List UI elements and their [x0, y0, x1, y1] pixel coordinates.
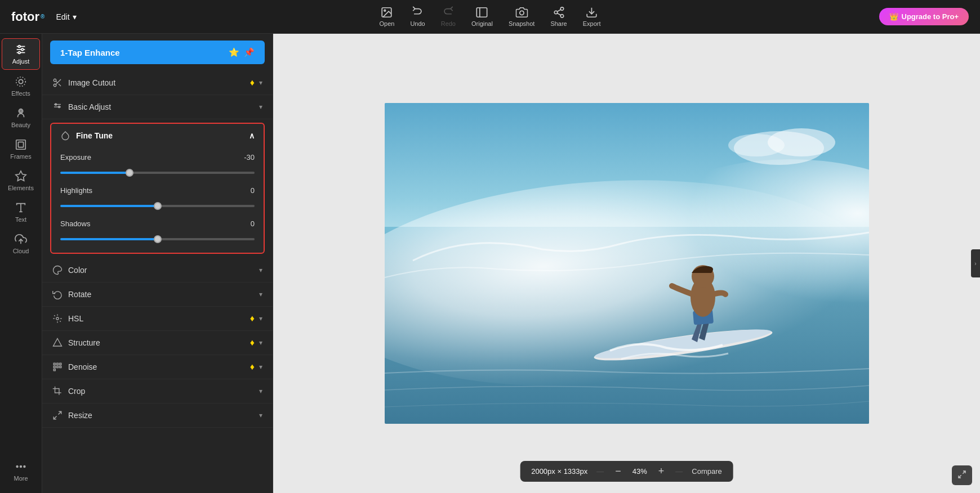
section-resize[interactable]: Resize ▾ — [42, 404, 273, 428]
section-rotate[interactable]: Rotate ▾ — [42, 283, 273, 307]
structure-icon — [52, 338, 63, 348]
svg-point-31 — [54, 84, 56, 87]
frames-icon — [15, 138, 27, 151]
logo: fotor® — [11, 10, 44, 24]
gold-star-icon: ⭐ — [229, 47, 239, 57]
sidebar-item-beauty[interactable]: Beauty — [2, 102, 40, 133]
topbar: fotor® Edit ▾ Open Undo Redo — [0, 0, 980, 34]
export-action[interactable]: Export — [583, 6, 601, 27]
zoom-level: 43% — [632, 467, 647, 476]
section-denoise[interactable]: Denoise ♦ ▾ — [42, 355, 273, 379]
section-image-cutout[interactable]: Image Cutout ♦ ▾ — [42, 71, 273, 95]
cloud-icon — [15, 233, 27, 245]
svg-point-6 — [554, 11, 558, 14]
sidebar-item-effects[interactable]: Effects — [2, 71, 40, 101]
section-structure[interactable]: Structure ♦ ▾ — [42, 331, 273, 355]
highlights-label: Highlights — [60, 186, 92, 195]
highlights-value: 0 — [251, 186, 255, 195]
sidebar-item-more[interactable]: More — [2, 456, 40, 486]
chevron-icon: ▾ — [259, 79, 262, 87]
sidebar-item-adjust[interactable]: Adjust — [2, 38, 40, 70]
fine-tune-header[interactable]: Fine Tune ∧ — [51, 124, 264, 147]
export-icon — [586, 6, 598, 19]
effects-icon — [15, 75, 27, 88]
svg-point-17 — [19, 79, 23, 83]
sidebar-item-frames[interactable]: Frames — [2, 134, 40, 164]
sidebar-item-label: Text — [15, 216, 26, 223]
svg-rect-47 — [54, 369, 55, 371]
scissors-icon — [52, 78, 63, 88]
svg-line-62 — [963, 471, 965, 474]
text-icon — [15, 201, 27, 214]
svg-point-54 — [728, 134, 785, 156]
sidebar-icons: Adjust Effects Beauty Frames — [0, 34, 42, 493]
snapshot-action[interactable]: Snapshot — [509, 6, 534, 27]
main-layout: Adjust Effects Beauty Frames — [0, 34, 980, 493]
svg-line-34 — [56, 81, 57, 83]
svg-point-16 — [18, 52, 20, 54]
section-color[interactable]: Color ▾ — [42, 258, 273, 283]
sliders-icon — [15, 43, 27, 56]
sidebar-item-elements[interactable]: Elements — [2, 165, 40, 196]
exposure-input[interactable] — [60, 172, 255, 174]
pro-badge: ♦ — [250, 313, 255, 324]
shadows-slider-row: Shadows 0 — [60, 219, 255, 243]
chevron-icon: ▾ — [259, 339, 262, 347]
svg-marker-23 — [16, 171, 26, 181]
svg-rect-44 — [54, 366, 55, 368]
open-action[interactable]: Open — [379, 6, 394, 27]
drop-icon — [60, 131, 70, 141]
original-action[interactable]: Original — [471, 6, 493, 27]
chevron-icon: ▾ — [259, 103, 262, 111]
shadows-input[interactable] — [60, 238, 255, 240]
section-basic-adjust[interactable]: Basic Adjust ▾ — [42, 95, 273, 119]
sidebar-item-label: Effects — [11, 90, 30, 97]
sidebar-item-text[interactable]: Text — [2, 197, 40, 227]
chevron-icon: ▾ — [259, 411, 262, 419]
svg-point-39 — [56, 317, 59, 320]
more-icon — [15, 460, 27, 473]
svg-rect-41 — [54, 363, 55, 365]
share-icon — [553, 6, 565, 19]
right-panel-handle[interactable]: › — [971, 249, 980, 277]
svg-point-20 — [20, 110, 22, 113]
image-icon — [381, 6, 393, 19]
edit-menu[interactable]: Edit ▾ — [56, 12, 76, 21]
undo-action[interactable]: Undo — [410, 6, 425, 27]
svg-point-5 — [560, 7, 564, 11]
svg-line-8 — [557, 13, 560, 15]
zoom-in-button[interactable]: + — [656, 465, 667, 477]
svg-point-7 — [560, 15, 564, 17]
image-dimensions: 2000px × 1333px — [531, 467, 587, 476]
highlights-input[interactable] — [60, 205, 255, 207]
svg-rect-2 — [477, 8, 487, 17]
fullscreen-button[interactable] — [952, 465, 972, 485]
section-hsl[interactable]: HSL ♦ ▾ — [42, 307, 273, 331]
svg-rect-43 — [60, 363, 61, 365]
upgrade-button[interactable]: 👑 Upgrade to Pro+ — [879, 8, 969, 25]
sidebar-item-label: Adjust — [12, 58, 30, 65]
zoom-out-button[interactable]: − — [613, 465, 623, 477]
shadows-label: Shadows — [60, 219, 90, 228]
chevron-up-icon: ∧ — [249, 131, 255, 140]
svg-line-63 — [959, 475, 961, 478]
redo-action[interactable]: Redo — [441, 6, 456, 27]
sidebar-item-cloud[interactable]: Cloud — [2, 228, 40, 259]
svg-line-49 — [54, 416, 56, 419]
svg-line-33 — [59, 84, 61, 86]
redo-icon — [442, 6, 455, 19]
hsl-icon — [52, 313, 63, 324]
sidebar-item-label: Cloud — [13, 248, 29, 254]
share-action[interactable]: Share — [550, 6, 567, 27]
svg-rect-22 — [18, 142, 23, 147]
svg-point-1 — [384, 10, 386, 11]
svg-point-27 — [16, 466, 18, 468]
section-crop[interactable]: Crop ▾ — [42, 379, 273, 404]
snapshot-icon — [515, 6, 528, 19]
canvas-area: 2000px × 1333px — − 43% + — Compare › — [273, 34, 980, 493]
one-tap-enhance-button[interactable]: 1-Tap Enhance ⭐ 📌 — [50, 41, 265, 64]
fine-tune-section: Fine Tune ∧ Exposure -30 — [50, 123, 265, 254]
elements-icon — [15, 170, 27, 182]
resize-icon — [52, 410, 63, 420]
exposure-slider-row: Exposure -30 — [60, 153, 255, 176]
